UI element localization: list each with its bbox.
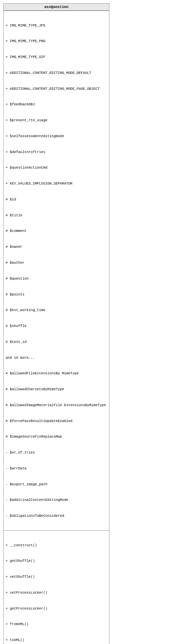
const-line-11: + KEY_VALUES_IMPLOSION_SEPARATOR: [6, 181, 107, 186]
const-line-10: + $questionActionCmd: [6, 165, 107, 170]
const-line-1: + IMG_MIME_TYPE_JPG: [6, 23, 107, 28]
const-line-8: + $selfassessmenteditingmode: [6, 134, 107, 139]
assQuestion-uml-box: assQuestion + IMG_MIME_TYPE_JPG + IMG_MI…: [3, 3, 109, 644]
const-line-2: + IMG_MIME_TYPE_PNG: [6, 38, 107, 44]
method-line-2: + getShuffle(): [6, 558, 107, 564]
assQuestion-header: assQuestion: [4, 4, 109, 11]
const-line-32: - $obligationsToBeConsidered: [6, 513, 107, 518]
top-right-area: ilObjQuestionScoringAdjustable + saveAdd…: [112, 3, 172, 644]
method-line-7: + toXML(): [6, 637, 107, 643]
const-line-12: # $id: [6, 197, 107, 202]
top-section: assQuestion + IMG_MIME_TYPE_JPG + IMG_MI…: [3, 3, 172, 644]
assQuestion-box: assQuestion + IMG_MIME_TYPE_JPG + IMG_MI…: [3, 3, 109, 644]
method-line-3: + setShuffle(): [6, 574, 107, 579]
const-line-30: - $export_image_path: [6, 482, 107, 487]
const-line-24: # $allowedCharsetsByMimeType: [6, 387, 107, 392]
const-line-26: # $forcePassResultsUpdateEnabled: [6, 418, 107, 424]
method-line-1: + __construct(): [6, 543, 107, 548]
const-line-14: # $comment: [6, 228, 107, 234]
method-line-5: + getProcessLocker(): [6, 606, 107, 611]
assQuestion-methods: + __construct() + getShuffle() + setShuf…: [4, 530, 109, 644]
const-line-23: # $allowedFileExtensionsBy MimeType: [6, 371, 107, 376]
diagram-container: assQuestion + IMG_MIME_TYPE_JPG + IMG_MI…: [0, 0, 175, 644]
method-line-6: + fromXML(): [6, 621, 107, 627]
const-line-27: # $imageSourceFixReplaceMap: [6, 434, 107, 439]
const-line-4: + ADDITIONAL_CONTENT_EDITING_MODE_DEFAUL…: [6, 70, 107, 76]
const-line-6: + $feedbackOBJ: [6, 102, 107, 107]
assQuestion-constants: + IMG_MIME_TYPE_JPG + IMG_MIME_TYPE_PNG …: [4, 11, 109, 530]
const-line-5: + ADDITIONAL_CONTENT_EDITING_MODE_PAGE_O…: [6, 86, 107, 91]
const-line-29: - $arrData: [6, 466, 107, 471]
const-line-17: # $question: [6, 276, 107, 281]
method-line-4: + setProcessLocker(): [6, 590, 107, 595]
assQuestion-title: assQuestion: [44, 5, 69, 9]
const-line-9: + $defaultnroftries: [6, 149, 107, 155]
const-line-15: # $owner: [6, 244, 107, 249]
const-line-22: and 16 more...: [6, 355, 107, 360]
const-line-18: # $points: [6, 292, 107, 297]
const-line-28: - $nr_of_tries: [6, 450, 107, 455]
const-line-19: # $est_working_time: [6, 307, 107, 313]
const-line-13: # $title: [6, 213, 107, 218]
const-line-20: # $shuffle: [6, 323, 107, 329]
const-line-25: # $allowedImageMaterialFile ExtensionsBy…: [6, 402, 107, 408]
const-line-3: + IMG_MIME_TYPE_GIF: [6, 54, 107, 60]
const-line-7: + $prevent_rte_usage: [6, 118, 107, 123]
const-line-21: # $test_id: [6, 339, 107, 345]
const-line-31: - $additinalContentEditingMode: [6, 497, 107, 503]
const-line-16: # $author: [6, 260, 107, 265]
